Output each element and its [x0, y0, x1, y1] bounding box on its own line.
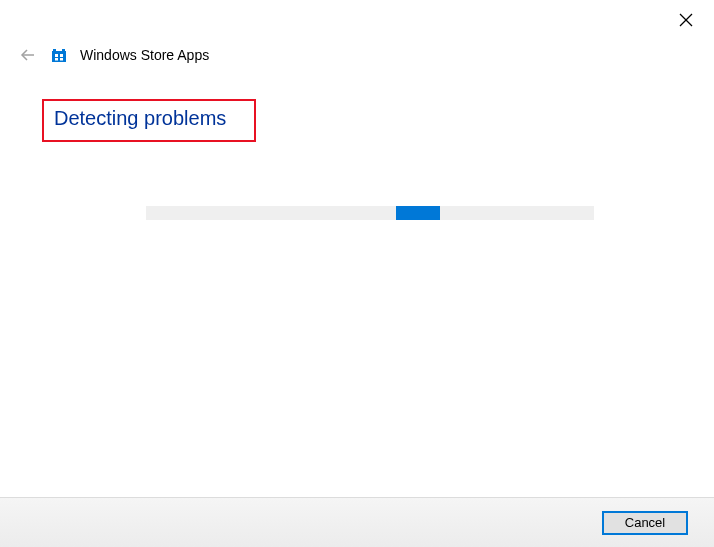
progress-fill	[396, 206, 440, 220]
window-title: Windows Store Apps	[80, 47, 209, 63]
cancel-button[interactable]: Cancel	[602, 511, 688, 535]
dialog-footer: Cancel	[0, 497, 714, 547]
store-app-icon	[50, 46, 68, 64]
status-heading: Detecting problems	[54, 107, 226, 130]
close-button[interactable]	[676, 10, 696, 30]
close-icon	[679, 13, 693, 27]
back-arrow-icon	[20, 47, 36, 63]
svg-rect-3	[55, 54, 58, 57]
svg-rect-4	[60, 54, 63, 57]
svg-rect-5	[55, 58, 58, 61]
status-highlight-box: Detecting problems	[42, 99, 256, 142]
progress-bar	[146, 206, 594, 220]
svg-rect-6	[60, 58, 63, 61]
back-button[interactable]	[18, 45, 38, 65]
window-header: Windows Store Apps	[18, 45, 209, 65]
